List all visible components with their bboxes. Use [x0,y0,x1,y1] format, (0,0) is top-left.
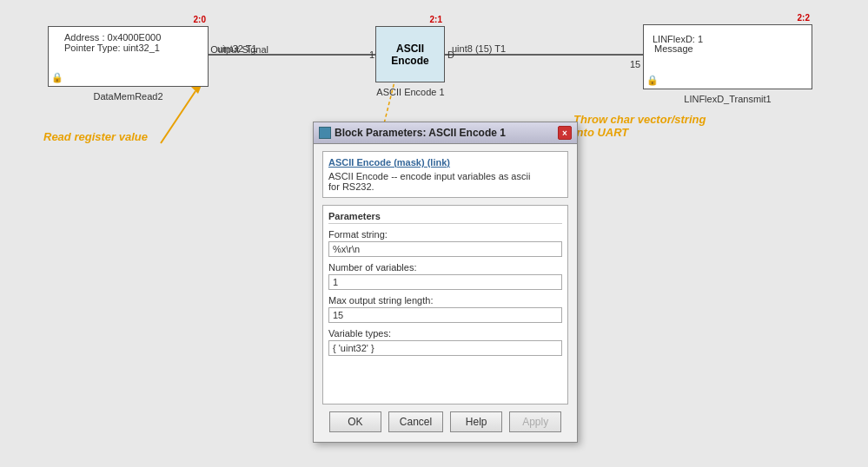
dialog-description: ASCII Encode (mask) (link) ASCII Encode … [322,151,568,198]
param-input-variable-types[interactable] [328,340,562,356]
ascii-encode-block: 2:1 1 ASCII Encode D [375,26,445,82]
linflex-message-label: Message [654,43,693,54]
dialog-icon [319,127,331,139]
cancel-button[interactable]: Cancel [388,411,443,432]
ascii-title-line1: ASCII [396,43,424,55]
param-label-0: Format string: [328,229,562,240]
signal-label-uint8: uint8 (15) T1 [452,43,506,54]
ascii-port-in: 1 [369,49,374,60]
param-label-1: Number of variables: [328,262,562,273]
signal-label-15: 15 [630,59,640,69]
dialog-buttons: OK Cancel Help Apply [322,411,568,432]
dialog-title: Block Parameters: ASCII Encode 1 [335,127,506,139]
read-register-annotation: Read register value [43,130,148,143]
datamem-block: 🔒 Address : 0x4000E000 Pointer Type: uin… [48,26,209,87]
lock-icon-datamem: 🔒 [51,72,63,83]
throw-char-annotation: Throw char vector/string into UART [573,113,706,139]
dialog-description-text: ASCII Encode -- encode input variables a… [328,171,562,192]
dialog-body: ASCII Encode (mask) (link) ASCII Encode … [314,144,577,439]
param-label-3: Variable types: [328,328,562,339]
datamem-port-num: 2:0 [194,15,206,24]
param-label-2: Max output string length: [328,295,562,306]
canvas: 🔒 Address : 0x4000E000 Pointer Type: uin… [0,0,868,467]
dialog-titlebar: Block Parameters: ASCII Encode 1 × [314,122,577,144]
ascii-name-label: ASCII Encode 1 [365,87,456,97]
lock-icon-linflex: 🔒 [646,75,659,86]
ascii-title-line2: Encode [391,55,428,67]
apply-button[interactable]: Apply [509,411,561,432]
block-params-dialog: Block Parameters: ASCII Encode 1 × ASCII… [313,122,578,443]
description-link[interactable]: ASCII Encode (mask) (link) [328,157,450,168]
linflex-name-label: LINFlexD_Transmit1 [643,94,812,104]
help-button[interactable]: Help [450,411,502,432]
param-input-max-length[interactable] [328,307,562,323]
datamem-line2: Pointer Type: uint32_1 [64,43,202,53]
dialog-close-button[interactable]: × [558,126,572,140]
dialog-description-title: ASCII Encode (mask) (link) [328,157,562,168]
params-section-header: Parameters [328,211,562,224]
datamem-name-label: DataMemRead2 [48,91,209,102]
signal-label-uint32: uint32 T1 [217,43,257,54]
dialog-params-scroll[interactable]: Parameters Format string: Number of vari… [322,205,568,405]
param-input-num-variables[interactable] [328,274,562,290]
linflex-block: LINFlexD: 1 🔒 2:2 [643,24,812,89]
datamem-line1: Address : 0x4000E000 [64,32,202,43]
ok-button[interactable]: OK [329,411,381,432]
param-input-format-string[interactable] [328,241,562,257]
linflex-port-num: 2:2 [798,13,810,23]
ascii-port-num: 2:1 [430,15,442,24]
